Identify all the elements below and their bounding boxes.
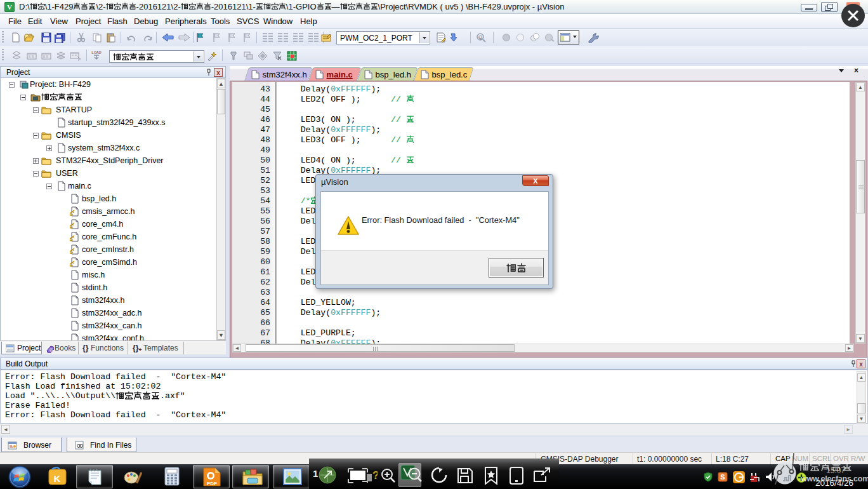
svg-text:K: K [54,473,61,484]
svg-text:?: ? [50,348,53,352]
svg-text:S: S [720,473,725,481]
svg-text:PDF: PDF [207,481,217,486]
svg-text:LOAD: LOAD [91,51,102,55]
svg-text:Q: Q [478,34,482,40]
svg-text:?: ? [372,469,378,481]
svg-text:V: V [7,3,12,11]
